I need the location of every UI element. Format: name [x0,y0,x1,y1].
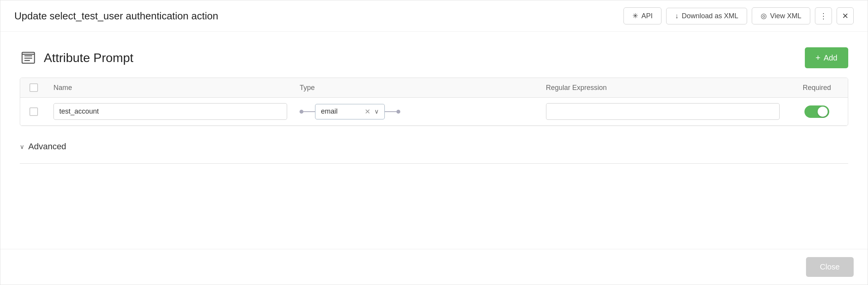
api-icon: ✳ [632,12,638,20]
type-clear-icon[interactable]: ✕ [365,107,370,116]
download-xml-button[interactable]: ↓ Download as XML [666,8,747,24]
table-row: email ✕ ∨ [20,98,848,126]
main-content: Attribute Prompt + Add Name Type [0,32,868,249]
col-regex: Regular Expression [540,83,786,92]
section-divider [20,163,848,164]
download-icon: ↓ [675,12,679,20]
connector-line-right [385,111,396,112]
download-label: Download as XML [682,12,738,20]
connector-dot-right [396,110,400,114]
header-checkbox[interactable] [29,83,38,92]
close-icon: ✕ [842,11,849,21]
close-button[interactable]: Close [806,257,854,277]
chevron-down-icon: ∨ [20,143,24,150]
add-button[interactable]: + Add [805,47,848,68]
page-title: Update select_test_user authentication a… [14,10,218,22]
toggle-track [804,105,829,118]
col-name: Name [47,83,293,92]
footer: Close [0,249,868,285]
advanced-section[interactable]: ∨ Advanced [20,138,848,155]
type-select[interactable]: email ✕ ∨ [315,104,385,119]
col-required: Required [786,83,848,92]
view-xml-button[interactable]: ◎ View XML [752,7,810,24]
row-checkbox-cell [20,107,47,116]
add-label: Add [823,54,837,62]
connector-dot-left [300,110,303,114]
col-type: Type [293,83,539,92]
connector-line-left [303,111,315,112]
name-input[interactable] [53,103,287,120]
eye-icon: ◎ [761,12,767,20]
header: Update select_test_user authentication a… [0,0,868,32]
regex-input[interactable] [546,103,780,120]
more-icon: ⋮ [820,11,827,21]
name-cell [47,103,293,120]
api-label: API [641,12,653,20]
advanced-label: Advanced [28,142,66,152]
regex-cell [540,103,786,120]
col-checkbox [20,83,47,92]
attribute-table: Name Type Regular Expression Required [20,78,848,126]
view-xml-label: View XML [770,12,801,20]
more-button[interactable]: ⋮ [815,7,832,24]
type-value: email [321,107,361,116]
table-header-row: Name Type Regular Expression Required [20,78,848,98]
required-cell [786,105,848,118]
required-toggle[interactable] [804,105,829,118]
chevron-down-icon[interactable]: ∨ [374,108,379,115]
section-title: Attribute Prompt [44,51,133,65]
toggle-thumb [818,107,828,117]
section-header: Attribute Prompt + Add [20,47,848,68]
row-checkbox[interactable] [29,107,38,116]
add-icon: + [816,53,821,63]
type-cell: email ✕ ∨ [293,104,539,119]
api-button[interactable]: ✳ API [623,7,661,24]
attribute-prompt-icon [20,49,37,66]
header-actions: ✳ API ↓ Download as XML ◎ View XML ⋮ ✕ [623,7,854,24]
section-title-group: Attribute Prompt [20,49,133,66]
close-header-button[interactable]: ✕ [837,7,854,24]
